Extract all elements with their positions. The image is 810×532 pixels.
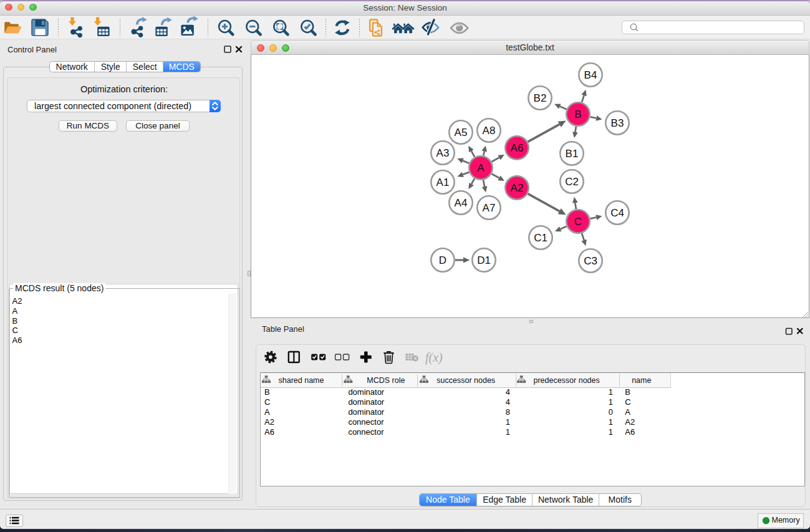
svg-text:A1: A1	[436, 177, 450, 188]
svg-text:A7: A7	[483, 202, 496, 214]
svg-text:A4: A4	[455, 197, 468, 209]
svg-text:D1: D1	[477, 254, 491, 266]
svg-text:B2: B2	[534, 92, 547, 104]
svg-text:B4: B4	[584, 69, 597, 81]
svg-text:C: C	[574, 216, 582, 228]
svg-text:A: A	[477, 162, 485, 174]
svg-text:B3: B3	[611, 117, 624, 129]
svg-text:A8: A8	[483, 125, 496, 137]
svg-text:C4: C4	[610, 207, 624, 219]
svg-text:B: B	[574, 109, 581, 120]
svg-text:A6: A6	[511, 142, 524, 154]
svg-text:B1: B1	[566, 148, 579, 160]
svg-text:D: D	[439, 254, 446, 266]
svg-text:A5: A5	[455, 127, 468, 138]
svg-text:C3: C3	[584, 255, 597, 267]
svg-text:C2: C2	[565, 176, 579, 188]
svg-text:A2: A2	[511, 182, 524, 194]
svg-text:A3: A3	[436, 147, 450, 159]
svg-text:C1: C1	[534, 232, 547, 244]
svg-text:f(x): f(x)	[425, 351, 443, 365]
